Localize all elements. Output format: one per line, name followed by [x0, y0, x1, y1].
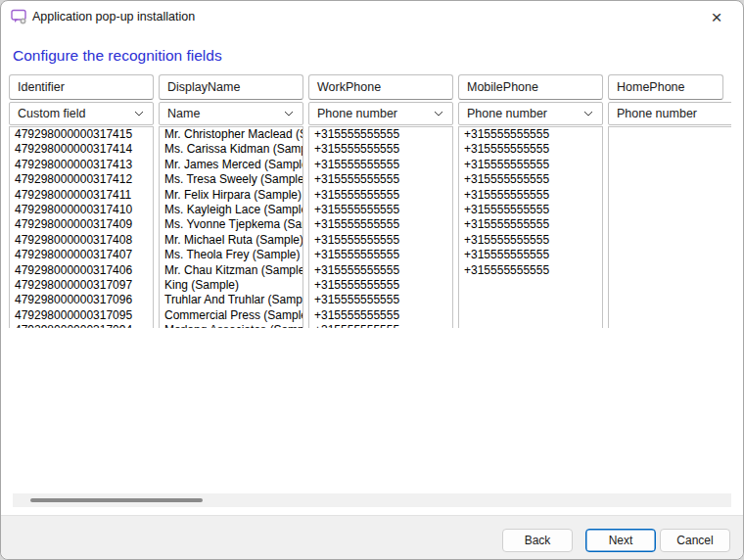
mapping-select-mobilephone[interactable]: Phone number	[458, 102, 603, 125]
field-column-workphone: WorkPhonePhone number+315555555555+31555…	[308, 74, 453, 328]
list-item[interactable]: +315555555555	[309, 217, 452, 232]
values-list-identifier[interactable]: 4792980000003174154792980000003174144792…	[9, 126, 154, 328]
list-item[interactable]: Mr. Michael Ruta (Sample)	[160, 233, 302, 248]
title-bar: Application pop-up installation ×	[1, 1, 743, 34]
list-item[interactable]: +315555555555	[459, 142, 602, 157]
app-chat-bubble-icon	[11, 9, 27, 25]
list-item[interactable]: 479298000000317415	[10, 127, 153, 142]
list-item[interactable]: Morlong Associates (Sample)	[160, 323, 302, 328]
field-name-input-displayname[interactable]: DisplayName	[159, 74, 303, 100]
back-button[interactable]: Back	[502, 529, 573, 552]
list-item[interactable]: +315555555555	[309, 188, 452, 203]
list-item[interactable]: +315555555555	[459, 203, 602, 217]
list-item[interactable]: Ms. Carissa Kidman (Sample)	[160, 142, 302, 157]
list-item[interactable]: +315555555555	[459, 158, 602, 172]
values-list-displayname[interactable]: Mr. Christopher Maclead (Sample)Ms. Cari…	[159, 126, 303, 328]
mapping-selected-value: Phone number	[317, 107, 397, 120]
list-item[interactable]: King (Sample)	[160, 278, 302, 293]
chevron-down-icon	[284, 111, 294, 117]
list-item[interactable]: +315555555555	[309, 293, 452, 307]
list-item[interactable]: 479298000000317410	[10, 203, 153, 217]
mapping-select-homephone[interactable]: Phone number	[608, 102, 731, 125]
list-item[interactable]: +315555555555	[309, 308, 452, 323]
mapping-select-identifier[interactable]: Custom field	[9, 102, 154, 125]
list-item[interactable]: Mr. Christopher Maclead (Sample)	[160, 127, 302, 142]
list-item[interactable]: +315555555555	[309, 323, 452, 328]
chevron-down-icon	[134, 111, 144, 117]
list-item[interactable]: +315555555555	[309, 172, 452, 187]
list-item[interactable]: Mr. Felix Hirpara (Sample)	[160, 188, 302, 203]
field-column-displayname: DisplayNameNameMr. Christopher Maclead (…	[159, 74, 303, 328]
list-item[interactable]: 479298000000317407	[10, 248, 153, 262]
page-title: Configure the recognition fields	[13, 47, 222, 65]
mapping-selected-value: Phone number	[467, 107, 547, 120]
list-item[interactable]: 479298000000317414	[10, 142, 153, 157]
list-item[interactable]: +315555555555	[459, 233, 602, 248]
list-item[interactable]: 479298000000317412	[10, 172, 153, 187]
list-item[interactable]: 479298000000317409	[10, 217, 153, 232]
mapping-select-displayname[interactable]: Name	[159, 102, 303, 125]
field-name-input-homephone[interactable]: HomePhone	[608, 74, 723, 100]
footer-bar: Back Next Cancel	[1, 515, 743, 559]
list-item[interactable]: +315555555555	[459, 172, 602, 187]
field-name-input-workphone[interactable]: WorkPhone	[308, 74, 453, 100]
list-item[interactable]: Ms. Theola Frey (Sample)	[160, 248, 302, 262]
list-item[interactable]: Commercial Press (Sample)	[160, 308, 302, 323]
list-item[interactable]: +315555555555	[309, 203, 452, 217]
horizontal-scrollbar[interactable]	[13, 493, 731, 507]
window-title: Application pop-up installation	[32, 10, 195, 23]
recognition-columns: IdentifierCustom field479298000000317415…	[9, 74, 731, 328]
list-item[interactable]: 479298000000317408	[10, 233, 153, 248]
field-name-input-mobilephone[interactable]: MobilePhone	[458, 74, 603, 100]
list-item[interactable]: +315555555555	[309, 278, 452, 293]
list-item[interactable]: +315555555555	[459, 217, 602, 232]
list-item[interactable]: +315555555555	[309, 263, 452, 278]
list-item[interactable]: +315555555555	[309, 248, 452, 262]
next-button[interactable]: Next	[585, 529, 656, 552]
horizontal-scrollbar-thumb[interactable]	[30, 498, 203, 502]
list-item[interactable]: 479298000000317097	[10, 278, 153, 293]
list-item[interactable]: Mr. Chau Kitzman (Sample)	[160, 263, 302, 278]
list-item[interactable]: +315555555555	[459, 263, 602, 278]
list-item[interactable]: +315555555555	[309, 233, 452, 248]
list-item[interactable]: 479298000000317095	[10, 308, 153, 323]
list-item[interactable]: +315555555555	[309, 158, 452, 172]
mapping-selected-value: Custom field	[18, 107, 85, 120]
list-item[interactable]: +315555555555	[459, 248, 602, 262]
field-column-homephone: HomePhonePhone number	[608, 74, 731, 328]
list-item[interactable]: Mr. James Merced (Sample)	[160, 158, 302, 172]
list-item[interactable]: +315555555555	[459, 188, 602, 203]
list-item[interactable]: Ms. Yvonne Tjepkema (Sample)	[160, 217, 302, 232]
list-item[interactable]: 479298000000317406	[10, 263, 153, 278]
field-column-identifier: IdentifierCustom field479298000000317415…	[9, 74, 154, 328]
cancel-button[interactable]: Cancel	[660, 529, 730, 552]
values-list-homephone[interactable]	[608, 126, 731, 328]
mapping-select-workphone[interactable]: Phone number	[308, 102, 453, 125]
list-item[interactable]: Ms. Tresa Sweely (Sample)	[160, 172, 302, 187]
mapping-selected-value: Phone number	[617, 107, 697, 120]
dialog-window: Application pop-up installation × Config…	[0, 0, 744, 560]
list-item[interactable]: Ms. Kayleigh Lace (Sample)	[160, 203, 302, 217]
list-item[interactable]: +315555555555	[459, 127, 602, 142]
close-icon[interactable]: ×	[700, 4, 733, 31]
list-item[interactable]: +315555555555	[309, 142, 452, 157]
chevron-down-icon	[434, 111, 443, 117]
mapping-selected-value: Name	[167, 107, 200, 120]
values-list-workphone[interactable]: +315555555555+315555555555+315555555555+…	[308, 126, 453, 328]
list-item[interactable]: 479298000000317096	[10, 293, 153, 307]
chevron-down-icon	[583, 111, 593, 117]
list-item[interactable]: 479298000000317413	[10, 158, 153, 172]
list-item[interactable]: 479298000000317411	[10, 188, 153, 203]
values-list-mobilephone[interactable]: +315555555555+315555555555+315555555555+…	[458, 126, 603, 328]
list-item[interactable]: +315555555555	[309, 127, 452, 142]
list-item[interactable]: Truhlar And Truhlar (Sample)	[160, 293, 302, 307]
list-item[interactable]: 479298000000317094	[10, 323, 153, 328]
field-name-input-identifier[interactable]: Identifier	[9, 74, 154, 100]
field-column-mobilephone: MobilePhonePhone number+315555555555+315…	[458, 74, 603, 328]
